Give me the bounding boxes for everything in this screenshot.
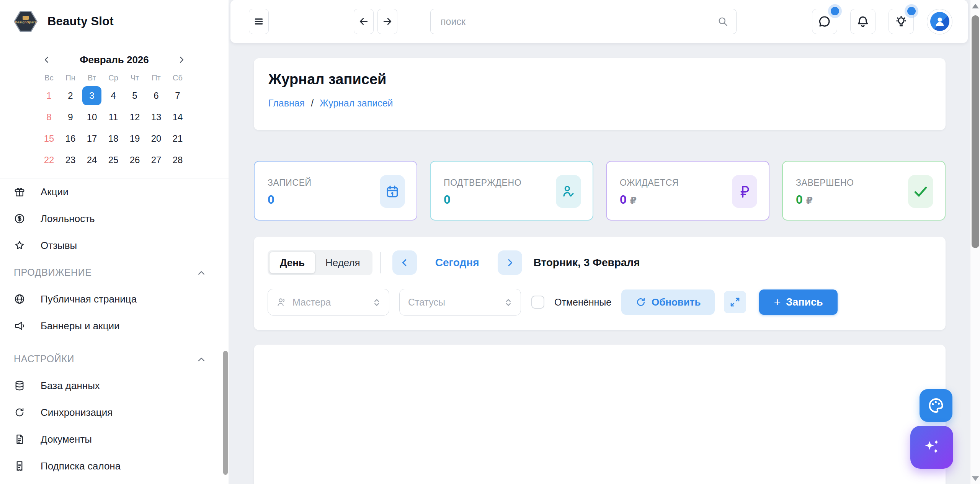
toolbar-row-filters: Мастера Статусы Отменённые Обновить + <box>268 289 932 316</box>
stat-value: 0 <box>620 193 627 207</box>
calendar-day-5[interactable]: 5 <box>124 85 145 106</box>
notifications-button[interactable] <box>850 9 875 34</box>
calendar-day-23[interactable]: 23 <box>60 149 81 171</box>
sidebar-item-5[interactable]: Баннеры и акции <box>0 312 229 339</box>
calendar-day-21[interactable]: 21 <box>167 128 188 149</box>
main-content: Журнал записей Главная / Журнал записей … <box>254 58 946 484</box>
stat-value: 0 <box>444 193 451 207</box>
scroll-down-arrow[interactable] <box>972 476 979 481</box>
calendar-day-2[interactable]: 2 <box>60 85 81 106</box>
calendar-day-label: 26 <box>130 155 140 165</box>
sidebar-item-8[interactable]: Синхронизация <box>0 399 229 426</box>
page-scrollbar <box>970 0 980 484</box>
calendar-day-19[interactable]: 19 <box>124 128 145 149</box>
calendar-day-10[interactable]: 10 <box>81 106 103 128</box>
statuses-select[interactable]: Статусы <box>399 289 521 316</box>
calendar-day-15[interactable]: 15 <box>38 128 60 149</box>
calendar-day-3[interactable]: 3 <box>81 85 103 106</box>
calendar-day-6[interactable]: 6 <box>145 85 167 106</box>
sidebar-item-7[interactable]: База данных <box>0 372 229 399</box>
back-button[interactable] <box>354 9 374 34</box>
page-scrollbar-thumb[interactable] <box>972 15 979 248</box>
calendar-day-17[interactable]: 17 <box>81 128 103 149</box>
calendar-day-13[interactable]: 13 <box>145 106 167 128</box>
brand-badge-text: DesignSpars <box>15 21 36 24</box>
tips-button[interactable] <box>889 9 914 34</box>
arrow-left-icon <box>358 16 369 27</box>
theme-palette-button[interactable] <box>920 389 952 422</box>
calendar-day-22[interactable]: 22 <box>38 149 60 171</box>
calendar-day-4[interactable]: 4 <box>103 85 124 106</box>
sidebar-scrollbar-thumb[interactable] <box>223 351 228 475</box>
refresh-button[interactable]: Обновить <box>621 289 715 315</box>
scroll-up-arrow[interactable] <box>972 4 979 8</box>
masters-select[interactable]: Мастера <box>268 289 389 316</box>
calendar-day-label: 24 <box>87 155 97 165</box>
today-link[interactable]: Сегодня <box>435 257 479 269</box>
sidebar-item-10[interactable]: Подписка салона <box>0 453 229 479</box>
sparkles-icon <box>921 437 942 458</box>
sidebar-item-label: Документы <box>41 433 92 445</box>
forward-button[interactable] <box>377 9 397 34</box>
calendar-day-11[interactable]: 11 <box>103 106 124 128</box>
breadcrumb-current-link[interactable]: Журнал записей <box>320 98 393 109</box>
calendar-day-9[interactable]: 9 <box>60 106 81 128</box>
calendar-next-month-button[interactable] <box>173 53 190 67</box>
sidebar-item-4[interactable]: Публичная страница <box>0 286 229 312</box>
view-week-button[interactable]: Неделя <box>315 252 371 273</box>
sidebar-item-label: База данных <box>41 380 100 392</box>
prev-day-button[interactable] <box>392 250 417 275</box>
user-avatar[interactable] <box>927 9 952 34</box>
statuses-placeholder: Статусы <box>408 297 445 308</box>
cancelled-checkbox[interactable] <box>531 296 544 309</box>
sidebar-section-3[interactable]: ПРОДВИЖЕНИЕ <box>0 259 229 286</box>
sidebar-item-0[interactable]: Акции <box>0 178 229 205</box>
calendar-day-25[interactable]: 25 <box>103 149 124 171</box>
view-day-button[interactable]: День <box>270 252 315 273</box>
stat-card-0: ЗАПИСЕЙ0 <box>254 161 417 221</box>
calendar-day-label: 2 <box>68 90 73 101</box>
topbar-actions <box>812 9 952 34</box>
calendar-day-label: 13 <box>151 112 162 123</box>
calendar-day-label: 4 <box>111 90 116 101</box>
calendar-day-20[interactable]: 20 <box>145 128 167 149</box>
calendar-day-18[interactable]: 18 <box>103 128 124 149</box>
breadcrumb-home-link[interactable]: Главная <box>268 98 305 109</box>
calendar-dayname: Ср <box>103 71 124 84</box>
calendar-day-label: 17 <box>87 133 97 144</box>
plus-icon: + <box>774 296 781 308</box>
brand-logo-content: DesignSpars · · · · <box>15 16 36 27</box>
sidebar-item-2[interactable]: Отзывы <box>0 232 229 259</box>
calendar-day-12[interactable]: 12 <box>124 106 145 128</box>
brand-logo[interactable]: DesignSpars · · · · <box>14 11 38 32</box>
calendar-day-16[interactable]: 16 <box>60 128 81 149</box>
journal-empty-area <box>254 345 946 484</box>
calendar-day-27[interactable]: 27 <box>145 149 167 171</box>
fullscreen-button[interactable] <box>724 291 746 313</box>
sidebar-menu: АкцииЛояльностьОтзывыПРОДВИЖЕНИЕПублична… <box>0 178 229 479</box>
coin-icon <box>14 213 25 224</box>
ai-assistant-button[interactable] <box>910 426 953 469</box>
calendar-day-label: 19 <box>130 133 140 144</box>
calendar-day-7[interactable]: 7 <box>167 85 188 106</box>
sidebar-item-1[interactable]: Лояльность <box>0 205 229 232</box>
sidebar-toggle-button[interactable] <box>249 9 269 34</box>
search-input[interactable] <box>430 9 737 34</box>
calendar-day-label: 27 <box>151 155 162 165</box>
calendar-day-24[interactable]: 24 <box>81 149 103 171</box>
calendar-day-8[interactable]: 8 <box>38 106 60 128</box>
palette-icon <box>927 396 945 415</box>
chat-button[interactable] <box>812 9 837 34</box>
add-record-button[interactable]: + Запись <box>759 289 838 315</box>
calendar-day-14[interactable]: 14 <box>167 106 188 128</box>
calendar-day-label: 11 <box>109 112 118 123</box>
calendar-day-1[interactable]: 1 <box>38 85 60 106</box>
gift-icon <box>14 186 25 198</box>
sidebar-section-6[interactable]: НАСТРОЙКИ <box>0 345 229 372</box>
sidebar-section-label: НАСТРОЙКИ <box>14 353 74 365</box>
calendar-day-26[interactable]: 26 <box>124 149 145 171</box>
view-switcher: День Неделя <box>268 250 372 275</box>
next-day-button[interactable] <box>498 250 522 275</box>
sidebar-item-9[interactable]: Документы <box>0 426 229 453</box>
calendar-day-28[interactable]: 28 <box>167 149 188 171</box>
